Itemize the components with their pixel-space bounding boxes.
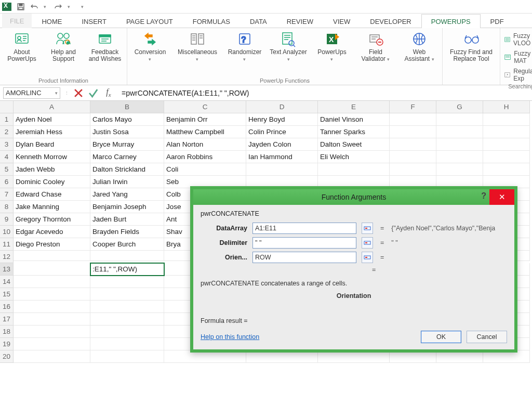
cell[interactable] — [14, 338, 90, 350]
cell[interactable] — [246, 163, 318, 176]
row-header[interactable]: 5 — [0, 163, 14, 176]
cell[interactable] — [14, 313, 90, 325]
cell[interactable] — [390, 113, 436, 126]
fuzzy-vlookup-button[interactable]: Fuzzy VLOO — [504, 32, 532, 47]
cell[interactable] — [483, 163, 530, 176]
cell[interactable]: Dominic Cooley — [14, 176, 90, 188]
row-header[interactable]: 7 — [0, 188, 14, 201]
column-header[interactable]: C — [164, 101, 246, 113]
column-header[interactable]: F — [390, 101, 436, 113]
cell[interactable]: Jaden Burt — [90, 213, 164, 226]
arg-delimiter-input[interactable]: " " — [252, 237, 356, 249]
tab-developer[interactable]: DEVELOPER — [360, 14, 421, 28]
cell[interactable]: Brayden Fields — [90, 226, 164, 238]
cell[interactable]: Jake Manning — [14, 201, 90, 213]
row-header[interactable]: 19 — [0, 338, 14, 350]
cell[interactable] — [483, 151, 530, 163]
tab-powerups[interactable]: POWERUPS — [421, 14, 481, 28]
fuzzy-find-button[interactable]: Fuzzy Find and Replace Tool — [447, 30, 496, 62]
row-header[interactable]: 9 — [0, 213, 14, 226]
redo-dropdown-icon[interactable]: ▾ — [68, 4, 73, 9]
tab-home[interactable]: HOME — [32, 14, 72, 28]
save-icon[interactable] — [17, 3, 25, 11]
name-box[interactable]: AMORLINC ▾ — [3, 87, 60, 99]
column-header[interactable]: H — [483, 101, 530, 113]
collapse-dialog-icon[interactable] — [362, 223, 373, 234]
cell[interactable] — [90, 288, 164, 301]
collapse-dialog-icon[interactable] — [362, 237, 373, 249]
column-header[interactable]: A — [14, 101, 90, 113]
column-header[interactable]: D — [246, 101, 318, 113]
fuzzy-match-button[interactable]: Fuzzy MAT — [504, 50, 532, 64]
ok-button[interactable]: OK — [421, 331, 461, 343]
cell[interactable] — [14, 325, 90, 338]
arg-orientation-input[interactable]: ROW — [252, 252, 356, 263]
undo-dropdown-icon[interactable]: ▾ — [44, 4, 49, 9]
cell[interactable]: Justin Sosa — [90, 126, 164, 138]
tab-file[interactable]: FILE — [2, 14, 32, 28]
cell[interactable]: Ayden Noel — [14, 113, 90, 126]
column-header[interactable]: G — [436, 101, 483, 113]
cell[interactable]: Kenneth Morrow — [14, 151, 90, 163]
cell[interactable]: Diego Preston — [14, 238, 90, 251]
column-header[interactable]: E — [318, 101, 390, 113]
row-header[interactable]: 16 — [0, 301, 14, 313]
row-header[interactable]: 1 — [0, 113, 14, 126]
cancel-button[interactable]: Cancel — [467, 331, 507, 343]
cell[interactable] — [90, 251, 164, 261]
miscellaneous-button[interactable]: Miscellaneous▾ — [175, 30, 220, 63]
cell[interactable] — [14, 288, 90, 301]
cell[interactable] — [436, 163, 483, 176]
active-cell[interactable]: :E11," ",ROW) — [90, 263, 164, 276]
select-all-corner[interactable] — [0, 101, 14, 113]
field-validator-button[interactable]: Field Validator ▾ — [357, 30, 394, 63]
tab-insert[interactable]: INSERT — [72, 14, 116, 28]
powerups-button[interactable]: X PowerUps▾ — [313, 30, 351, 63]
cell[interactable] — [14, 251, 90, 261]
cell[interactable] — [483, 138, 530, 151]
tab-view[interactable]: VIEW — [323, 14, 360, 28]
cell[interactable]: Alan Norton — [164, 138, 246, 151]
row-header[interactable]: 17 — [0, 313, 14, 325]
cell[interactable]: Edgar Acevedo — [14, 226, 90, 238]
dialog-help-icon[interactable]: ? — [481, 191, 486, 201]
dialog-close-button[interactable]: ✕ — [489, 189, 514, 205]
cell[interactable]: Cooper Burch — [90, 238, 164, 251]
row-header[interactable]: 15 — [0, 288, 14, 301]
cell[interactable] — [390, 163, 436, 176]
cell[interactable]: Aaron Robbins — [164, 151, 246, 163]
formula-input[interactable]: =pwrCONCATENATE(A1:E11," ",ROW) — [118, 89, 529, 97]
row-header[interactable]: 12 — [0, 251, 14, 263]
cell[interactable]: Daniel Vinson — [318, 113, 390, 126]
cell[interactable] — [436, 151, 483, 163]
formula-expand-icon[interactable]: ⋮ — [63, 92, 70, 94]
cell[interactable]: Gregory Thornton — [14, 213, 90, 226]
help-support-button[interactable]: @ Help and Support — [46, 30, 81, 62]
redo-icon[interactable] — [54, 3, 62, 11]
cell[interactable]: Marco Carney — [90, 151, 164, 163]
cell[interactable]: Dalton Sweet — [318, 138, 390, 151]
randomizer-button[interactable]: ? Randomizer▾ — [226, 30, 263, 63]
cell[interactable]: Tanner Sparks — [318, 126, 390, 138]
cell[interactable]: Edward Chase — [14, 188, 90, 201]
name-box-dropdown-icon[interactable]: ▾ — [55, 90, 58, 96]
regular-expr-button[interactable]: .* Regular Exp — [504, 68, 532, 82]
cell[interactable] — [90, 301, 164, 313]
help-on-function-link[interactable]: Help on this function — [201, 333, 259, 341]
cell[interactable]: Bryce Murray — [90, 138, 164, 151]
cell[interactable] — [483, 113, 530, 126]
tab-formulas[interactable]: FORMULAS — [183, 14, 240, 28]
cell[interactable] — [436, 138, 483, 151]
cell[interactable]: Ian Hammond — [246, 151, 318, 163]
web-assistant-button[interactable]: Web Assistant ▾ — [401, 30, 438, 63]
tab-pdf[interactable]: PDF — [481, 14, 514, 28]
row-header[interactable]: 3 — [0, 138, 14, 151]
row-header[interactable]: 8 — [0, 201, 14, 213]
qat-customize-dropdown-icon[interactable]: ▾ — [81, 4, 86, 9]
cell[interactable] — [14, 350, 90, 363]
cell[interactable]: Matthew Campbell — [164, 126, 246, 138]
fx-icon[interactable]: fx — [102, 87, 115, 98]
enter-formula-icon[interactable] — [87, 87, 99, 99]
cell[interactable]: Julian Irwin — [90, 176, 164, 188]
cell[interactable]: Jaden Webb — [14, 163, 90, 176]
